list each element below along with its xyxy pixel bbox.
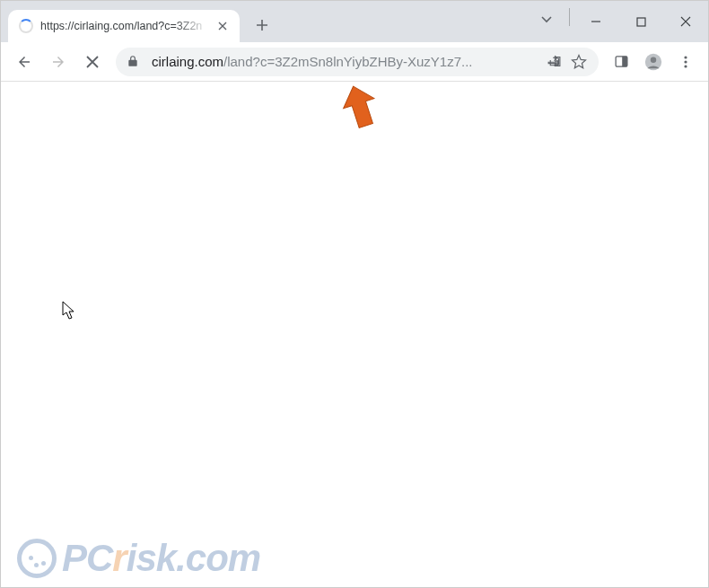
toolbar: cirlaing.com/land?c=3Z2mSn8lnYiybZHBy-Xu…	[1, 42, 708, 82]
share-button[interactable]	[541, 49, 566, 75]
side-panel-button[interactable]	[606, 47, 636, 77]
svg-point-4	[651, 57, 656, 62]
tab-title: https://cirlaing.com/land?c=3Z2n	[40, 20, 209, 32]
new-tab-button[interactable]	[249, 12, 276, 39]
svg-point-7	[684, 65, 687, 67]
titlebar: https://cirlaing.com/land?c=3Z2n	[1, 1, 708, 42]
url-host: cirlaing.com	[152, 54, 223, 69]
bookmark-button[interactable]	[566, 49, 591, 75]
forward-button[interactable]	[42, 46, 74, 78]
address-bar[interactable]: cirlaing.com/land?c=3Z2mSn8lnYiybZHBy-Xu…	[116, 48, 599, 76]
profile-button[interactable]	[638, 47, 669, 77]
menu-button[interactable]	[670, 47, 701, 77]
svg-point-6	[684, 60, 687, 63]
svg-rect-0	[637, 18, 645, 26]
tab-close-button[interactable]	[214, 18, 231, 34]
window-close-button[interactable]	[663, 4, 708, 39]
window-controls	[531, 1, 708, 42]
browser-window: https://cirlaing.com/land?c=3Z2n	[1, 1, 708, 587]
window-maximize-button[interactable]	[618, 4, 663, 39]
loading-spinner-icon	[19, 19, 33, 33]
tab-active[interactable]: https://cirlaing.com/land?c=3Z2n	[8, 10, 240, 42]
lock-icon[interactable]	[127, 55, 141, 69]
svg-rect-2	[622, 57, 627, 66]
tab-search-button[interactable]	[531, 4, 562, 35]
window-minimize-button[interactable]	[573, 4, 618, 39]
separator	[569, 8, 570, 26]
url-path: /land?c=3Z2mSn8lnYiybZHBy-XuzY1z7...	[223, 54, 473, 69]
stop-reload-button[interactable]	[76, 46, 109, 78]
svg-point-5	[684, 56, 687, 58]
url-display: cirlaing.com/land?c=3Z2mSn8lnYiybZHBy-Xu…	[152, 54, 541, 69]
page-content	[1, 82, 708, 587]
tab-strip: https://cirlaing.com/land?c=3Z2n	[1, 1, 531, 42]
back-button[interactable]	[8, 46, 40, 78]
